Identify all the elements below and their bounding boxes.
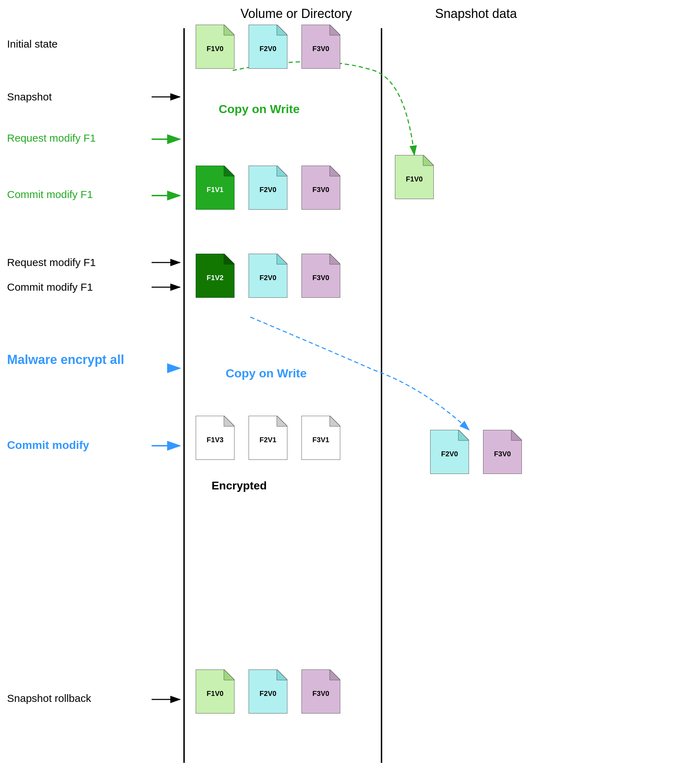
file-f2v0-initial: F2V0: [249, 25, 287, 69]
svg-marker-36: [330, 254, 340, 264]
file-f2v1-encrypted: F2V1: [249, 416, 287, 460]
svg-text:F1V3: F1V3: [207, 436, 223, 443]
svg-marker-45: [330, 416, 340, 426]
arrows-overlay: [0, 0, 677, 784]
svg-text:F3V0: F3V0: [494, 450, 511, 458]
right-divider: [381, 28, 382, 763]
snapshot-data-header: Snapshot data: [388, 6, 564, 21]
svg-marker-39: [224, 416, 234, 426]
svg-text:F2V1: F2V1: [259, 436, 276, 443]
svg-text:F2V0: F2V0: [259, 274, 276, 282]
snapshot-file-f1v0: F1V0: [395, 155, 434, 199]
file-f2v0-row2: F2V0: [249, 166, 287, 210]
svg-text:F1V0: F1V0: [207, 689, 223, 697]
svg-text:F3V0: F3V0: [312, 45, 329, 53]
svg-marker-48: [224, 669, 234, 680]
svg-text:F1V1: F1V1: [207, 186, 223, 193]
file-f1v2: F1V2: [196, 254, 234, 298]
file-f1v3-encrypted: F1V3: [196, 416, 234, 460]
svg-text:F3V0: F3V0: [312, 274, 329, 282]
svg-text:F2V0: F2V0: [259, 186, 276, 193]
svg-marker-60: [459, 430, 469, 440]
label-snapshot: Snapshot: [7, 91, 52, 103]
svg-text:F3V0: F3V0: [312, 186, 329, 193]
file-f3v1-encrypted: F3V1: [301, 416, 340, 460]
file-f3v0-rollback: F3V0: [301, 669, 340, 714]
file-f3v0-row3: F3V0: [301, 254, 340, 298]
svg-text:F1V0: F1V0: [207, 45, 223, 53]
snapshot-file-f3v0: F3V0: [483, 430, 522, 474]
svg-marker-18: [330, 25, 340, 35]
svg-marker-27: [330, 166, 340, 176]
svg-text:F2V0: F2V0: [259, 689, 276, 697]
svg-marker-51: [277, 669, 287, 680]
svg-text:F2V0: F2V0: [441, 450, 458, 458]
svg-marker-15: [277, 25, 287, 35]
main-diagram: Volume or Directory Snapshot data: [0, 0, 677, 784]
snapshot-file-f2v0: F2V0: [430, 430, 469, 474]
svg-text:F1V2: F1V2: [207, 274, 223, 282]
svg-marker-24: [277, 166, 287, 176]
svg-text:F2V0: F2V0: [259, 45, 276, 53]
volume-directory-header: Volume or Directory: [198, 6, 395, 21]
label-request-modify-black: Request modify F1: [7, 257, 96, 269]
file-f1v0-rollback: F1V0: [196, 669, 234, 714]
svg-text:F1V0: F1V0: [406, 175, 423, 183]
label-initial-state: Initial state: [7, 38, 58, 50]
svg-marker-57: [423, 155, 434, 166]
file-f1v0-initial: F1V0: [196, 25, 234, 69]
svg-marker-54: [330, 669, 340, 680]
svg-marker-12: [224, 25, 234, 35]
svg-marker-33: [277, 254, 287, 264]
file-f1v1: F1V1: [196, 166, 234, 210]
svg-text:F3V1: F3V1: [312, 436, 329, 443]
svg-marker-63: [511, 430, 522, 440]
encrypted-label: Encrypted: [212, 479, 267, 492]
copy-on-write-green-label: Copy on Write: [218, 102, 300, 116]
label-commit-modify-blue: Commit modify: [7, 439, 89, 452]
left-divider: [183, 28, 185, 763]
label-commit-modify-green: Commit modify F1: [7, 188, 93, 201]
file-f2v0-row3: F2V0: [249, 254, 287, 298]
label-request-modify-green: Request modify F1: [7, 132, 96, 144]
label-commit-modify-black: Commit modify F1: [7, 281, 93, 293]
svg-marker-30: [224, 254, 234, 264]
file-f2v0-rollback: F2V0: [249, 669, 287, 714]
svg-marker-42: [277, 416, 287, 426]
label-snapshot-rollback: Snapshot rollback: [7, 692, 91, 705]
file-f3v0-initial: F3V0: [301, 25, 340, 69]
copy-on-write-blue-label: Copy on Write: [226, 366, 307, 380]
file-f3v0-row2: F3V0: [301, 166, 340, 210]
svg-text:F3V0: F3V0: [312, 689, 329, 697]
svg-marker-21: [224, 166, 234, 176]
label-malware-encrypt: Malware encrypt all: [7, 352, 124, 367]
